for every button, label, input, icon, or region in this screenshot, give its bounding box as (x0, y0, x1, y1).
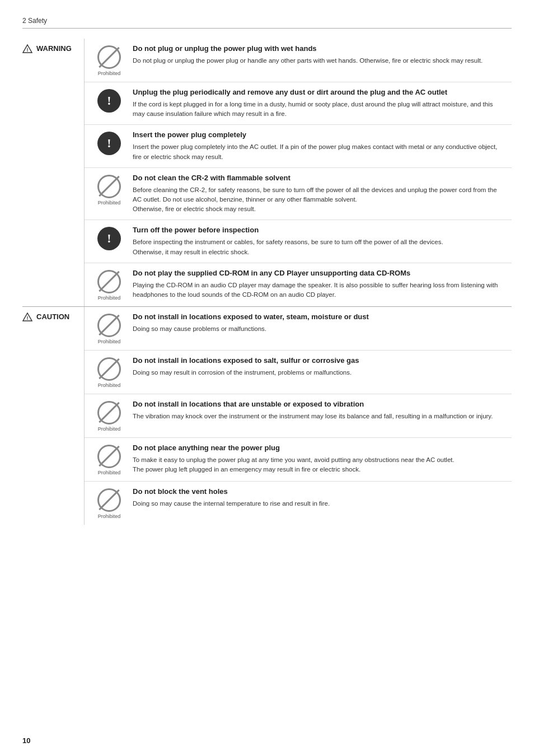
warning-text-col-3: Insert the power plug completely Insert … (128, 130, 512, 161)
warning-icon-col-2: ! (90, 88, 128, 113)
warning-icon-col-1: Prohibited (90, 44, 128, 76)
caution-prohibited-label-2: Prohibited (98, 382, 121, 388)
prohibited-icon-6 (97, 270, 121, 293)
caution-triangle-icon: ! (22, 312, 32, 321)
warning-title-2: Unplug the plug periodically and remove … (133, 88, 506, 97)
caution-text: CAUTION (36, 312, 69, 321)
warning-text-col-2: Unplug the plug periodically and remove … (128, 88, 512, 119)
warning-text-col-4: Do not clean the CR-2 with flammable sol… (128, 174, 512, 214)
warning-body-6: Playing the CD-ROM in an audio CD player… (133, 281, 506, 300)
caution-text-col-2: Do not install in locations exposed to s… (128, 356, 512, 377)
caution-text-col-1: Do not install in locations exposed to w… (128, 312, 512, 334)
warning-title-5: Turn off the power before inspection (133, 226, 506, 235)
caution-prohibited-label-4: Prohibited (98, 470, 121, 475)
caution-label: ! CAUTION (22, 307, 84, 525)
warning-icon-col-5: ! (90, 226, 128, 250)
caution-text-col-4: Do not place anything near the power plu… (128, 444, 512, 474)
page-number: 10 (22, 736, 30, 745)
caution-prohibited-label-5: Prohibited (98, 514, 121, 519)
warning-title-3: Insert the power plug completely (133, 130, 506, 140)
caution-text-col-3: Do not install in locations that are uns… (128, 400, 512, 421)
caution-row-3: Prohibited Do not install in locations t… (85, 394, 512, 438)
caution-body-4: To make it easy to unplug the power plug… (133, 455, 506, 475)
warning-icon-col-3: ! (90, 130, 128, 155)
warning-body-3: Insert the power plug completely into th… (133, 142, 506, 162)
warning-rows: Prohibited Do not plug or unplug the pow… (84, 39, 512, 306)
page: 2 Safety ! WARNING Prohibited Do not plu… (0, 0, 534, 756)
warning-row-1: Prohibited Do not plug or unplug the pow… (85, 39, 512, 82)
warning-body-2: If the cord is kept plugged in for a lon… (133, 100, 506, 119)
caution-icon-col-2: Prohibited (90, 356, 128, 388)
warning-icon-col-4: Prohibited (90, 174, 128, 206)
warning-body-1: Do not plug or unplug the power plug or … (133, 56, 506, 66)
caution-prohibited-icon-5 (97, 488, 121, 512)
caution-body-1: Doing so may cause problems or malfuncti… (133, 324, 506, 334)
caution-body-2: Doing so may result in corrosion of the … (133, 368, 506, 377)
warning-label: ! WARNING (22, 39, 84, 306)
caution-title-1: Do not install in locations exposed to w… (133, 312, 506, 322)
caution-body-3: The vibration may knock over the instrum… (133, 412, 506, 421)
exclamation-icon-2: ! (97, 89, 121, 113)
caution-row-1: Prohibited Do not install in locations e… (85, 307, 512, 351)
prohibited-label-4: Prohibited (98, 200, 121, 206)
prohibited-icon-4 (97, 175, 121, 198)
caution-prohibited-label-1: Prohibited (98, 339, 121, 344)
warning-row-5: ! Turn off the power before inspection B… (85, 220, 512, 263)
warning-title-6: Do not play the supplied CD-ROM in any C… (133, 269, 506, 278)
caution-title-2: Do not install in locations exposed to s… (133, 356, 506, 366)
caution-row-5: Prohibited Do not block the vent holes D… (85, 482, 512, 525)
warning-row-3: ! Insert the power plug completely Inser… (85, 125, 512, 167)
caution-prohibited-icon-3 (97, 401, 121, 424)
prohibited-label-6: Prohibited (98, 295, 121, 301)
warning-triangle-icon: ! (22, 44, 32, 53)
warning-row-2: ! Unplug the plug periodically and remov… (85, 82, 512, 125)
caution-icon-col-1: Prohibited (90, 312, 128, 344)
caution-row-2: Prohibited Do not install in locations e… (85, 351, 512, 394)
caution-section: ! CAUTION Prohibited Do not install in l… (22, 307, 512, 525)
caution-icon-col-3: Prohibited (90, 400, 128, 432)
breadcrumb: 2 Safety (22, 17, 47, 25)
caution-body-5: Doing so may cause the internal temperat… (133, 499, 506, 508)
caution-prohibited-icon-4 (97, 445, 121, 468)
caution-title-4: Do not place anything near the power plu… (133, 444, 506, 453)
warning-title-1: Do not plug or unplug the power plug wit… (133, 44, 506, 54)
caution-row-4: Prohibited Do not place anything near th… (85, 438, 512, 482)
prohibited-icon-1 (97, 45, 121, 69)
warning-section: ! WARNING Prohibited Do not plug or unpl… (22, 39, 512, 306)
caution-icon-col-4: Prohibited (90, 444, 128, 475)
caution-prohibited-label-3: Prohibited (98, 426, 121, 432)
caution-text-col-5: Do not block the vent holes Doing so may… (128, 487, 512, 508)
warning-icon-col-6: Prohibited (90, 269, 128, 301)
exclamation-icon-3: ! (97, 132, 121, 155)
warning-text: WARNING (36, 44, 72, 53)
caution-title-5: Do not block the vent holes (133, 487, 506, 497)
warning-body-4: Before cleaning the CR-2, for safety rea… (133, 185, 506, 214)
exclamation-icon-5: ! (97, 227, 121, 250)
caution-rows: Prohibited Do not install in locations e… (84, 307, 512, 525)
warning-row-6: Prohibited Do not play the supplied CD-R… (85, 263, 512, 306)
caution-icon-col-5: Prohibited (90, 487, 128, 519)
warning-title-4: Do not clean the CR-2 with flammable sol… (133, 174, 506, 183)
page-header: 2 Safety (22, 17, 512, 29)
caution-title-3: Do not install in locations that are uns… (133, 400, 506, 409)
caution-prohibited-icon-2 (97, 357, 121, 381)
warning-text-col-5: Turn off the power before inspection Bef… (128, 226, 512, 256)
warning-body-5: Before inspecting the instrument or cabl… (133, 237, 506, 257)
warning-row-4: Prohibited Do not clean the CR-2 with fl… (85, 168, 512, 221)
warning-text-col-6: Do not play the supplied CD-ROM in any C… (128, 269, 512, 300)
warning-text-col-1: Do not plug or unplug the power plug wit… (128, 44, 512, 66)
page-footer: 10 (22, 736, 30, 745)
caution-prohibited-icon-1 (97, 314, 121, 337)
prohibited-label-1: Prohibited (98, 71, 121, 76)
svg-text:!: ! (27, 315, 29, 321)
svg-text:!: ! (27, 47, 29, 53)
